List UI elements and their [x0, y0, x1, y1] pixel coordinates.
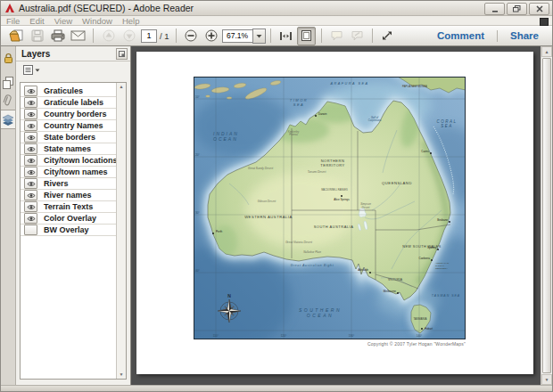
layer-label[interactable]: Rivers — [44, 179, 69, 188]
eye-icon — [27, 100, 36, 106]
attachments-button[interactable] — [1, 92, 15, 110]
previous-page-button[interactable] — [99, 27, 118, 45]
layer-label[interactable]: Color Overlay — [44, 214, 96, 223]
map-label-darwin: Darwin — [318, 112, 327, 116]
layer-visibility-toggle[interactable] — [24, 201, 37, 212]
vertical-scrollbar[interactable]: ▲ ▼ — [541, 46, 552, 385]
layer-label[interactable]: River names — [44, 191, 92, 200]
page-thumbnails-button[interactable] — [1, 74, 15, 92]
menu-edit[interactable]: Edit — [29, 16, 44, 26]
layer-row-city-names[interactable]: City/town names — [21, 167, 117, 178]
paperclip-icon — [3, 94, 13, 107]
layer-visibility-toggle[interactable] — [24, 155, 37, 166]
save-button[interactable] — [28, 27, 46, 45]
menu-view[interactable]: View — [54, 16, 72, 26]
highlight-icon — [351, 30, 364, 41]
open-button[interactable] — [7, 27, 26, 45]
menu-window[interactable]: Window — [82, 16, 112, 26]
layer-label[interactable]: Country Names — [44, 121, 103, 130]
map-label-papua-new-guinea: PAPUA NEW GUINEA — [402, 85, 427, 88]
map-label-tasman-sea: TASMAN SEA — [432, 294, 460, 298]
layer-row-bw-overlay[interactable]: BW Overlay — [21, 225, 117, 236]
layer-row-graticule-labels[interactable]: Graticule labels — [21, 97, 117, 109]
scroll-down-icon[interactable]: ▼ — [117, 371, 126, 379]
layer-label[interactable]: State borders — [44, 133, 95, 142]
map-label-adelaide: Adelaide — [358, 268, 368, 272]
eye-icon — [27, 135, 36, 141]
toolbar-divider — [93, 29, 94, 43]
scroll-up-icon[interactable]: ▲ — [541, 46, 552, 57]
next-page-button[interactable] — [120, 27, 138, 45]
panel-options-button[interactable] — [116, 48, 128, 60]
layer-visibility-toggle[interactable] — [24, 86, 37, 96]
sticky-note-button[interactable] — [327, 27, 346, 45]
layer-visibility-toggle[interactable] — [24, 213, 37, 224]
layer-visibility-toggle[interactable] — [24, 225, 37, 235]
document-window-icon[interactable] — [540, 18, 549, 26]
layer-row-state-names[interactable]: State names — [21, 143, 117, 155]
layer-label[interactable]: BW Overlay — [44, 225, 89, 234]
layer-options-button[interactable] — [20, 64, 43, 77]
layer-row-river-names[interactable]: River names — [21, 190, 117, 201]
map-label-tanami-desert: Tanami Desert — [308, 170, 326, 174]
layer-row-terrain-texts[interactable]: Terrain Texts — [21, 201, 117, 213]
zoom-level-input[interactable] — [222, 29, 252, 43]
zoom-out-button[interactable] — [182, 27, 201, 45]
layer-label[interactable]: State names — [44, 144, 91, 153]
close-button[interactable] — [529, 3, 549, 15]
highlight-button[interactable] — [348, 27, 367, 45]
layer-visibility-toggle[interactable] — [24, 109, 37, 119]
layer-label[interactable]: Terrain Texts — [44, 202, 93, 211]
print-button[interactable] — [48, 27, 67, 45]
map-label-tasmania: TASMANIA — [413, 317, 426, 321]
email-button[interactable] — [69, 27, 87, 45]
layer-row-rivers[interactable]: Rivers — [21, 178, 117, 190]
menu-help[interactable]: Help — [122, 16, 140, 26]
page-number-input[interactable] — [141, 29, 157, 43]
layer-label[interactable]: Country borders — [44, 110, 107, 118]
map-label-alice-springs: Alice Springs — [334, 198, 350, 201]
layer-label[interactable]: Graticule labels — [44, 98, 103, 107]
minus-icon — [185, 29, 197, 42]
scrollbar-thumb[interactable] — [542, 58, 551, 373]
fullscreen-button[interactable] — [378, 27, 397, 45]
layer-row-country-names[interactable]: Country Names — [21, 120, 117, 132]
eye-icon — [27, 204, 36, 210]
eye-icon — [27, 158, 36, 164]
layer-label[interactable]: City/town locations — [44, 156, 118, 165]
layer-visibility-toggle[interactable] — [24, 178, 37, 189]
layer-visibility-toggle[interactable] — [24, 132, 37, 143]
toolbar-divider — [176, 29, 177, 43]
minimize-button[interactable] — [484, 3, 505, 15]
menu-file[interactable]: File — [6, 16, 20, 26]
zoom-dropdown-button[interactable] — [252, 29, 266, 44]
layer-label[interactable]: Graticules — [44, 86, 83, 95]
svg-text:30°: 30° — [195, 211, 201, 215]
layer-row-graticules[interactable]: Graticules — [21, 86, 117, 97]
layers-panel-button[interactable] — [1, 110, 15, 129]
down-arrow-icon — [123, 29, 136, 42]
layer-visibility-toggle[interactable] — [24, 190, 37, 200]
layer-label[interactable]: City/town names — [44, 167, 108, 176]
layer-row-color-overlay[interactable]: Color Overlay — [21, 213, 117, 225]
layer-visibility-toggle[interactable] — [24, 120, 37, 131]
scroll-up-icon[interactable]: ▲ — [117, 83, 126, 91]
layer-row-state-borders[interactable]: State borders — [21, 132, 117, 143]
layer-row-city-locations[interactable]: City/town locations — [21, 155, 117, 167]
layer-visibility-toggle[interactable] — [24, 143, 37, 154]
scroll-down-icon[interactable]: ▼ — [541, 374, 552, 385]
restore-button[interactable] — [507, 3, 527, 15]
pdf-page[interactable]: 110° 120° 130° 140° 10° 20° 30° 40° INDI… — [136, 52, 533, 374]
layer-visibility-toggle[interactable] — [24, 97, 37, 108]
scroll-mode-button[interactable] — [276, 27, 295, 45]
comment-button[interactable]: Comment — [429, 30, 492, 41]
fit-page-button[interactable] — [297, 27, 316, 45]
zoom-in-button[interactable] — [202, 27, 221, 45]
svg-text:130°: 130° — [349, 334, 355, 338]
security-settings-button[interactable] — [1, 49, 15, 67]
layer-visibility-toggle[interactable] — [24, 167, 37, 177]
layers-list-scrollbar[interactable]: ▲ ▼ — [116, 83, 126, 379]
layer-row-country-borders[interactable]: Country borders — [21, 109, 117, 120]
svg-text:20°: 20° — [195, 153, 201, 157]
share-button[interactable]: Share — [502, 30, 547, 41]
